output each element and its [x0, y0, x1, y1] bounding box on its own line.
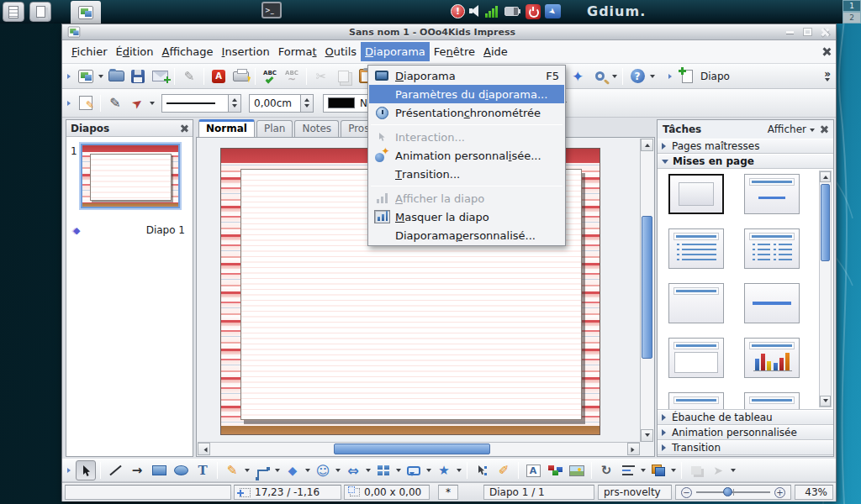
section-mises-en-page[interactable]: Mises en page: [658, 154, 833, 169]
section-pages-maitresses[interactable]: Pages maîtresses: [658, 139, 833, 154]
new-presentation-button[interactable]: [76, 66, 96, 87]
tray-volume[interactable]: [468, 4, 482, 18]
text-tool-button[interactable]: T: [193, 460, 213, 480]
basic-shapes-button[interactable]: ◆: [283, 460, 303, 480]
toolbar-drag-handle[interactable]: [67, 69, 73, 84]
toolbar-drag-handle[interactable]: [67, 96, 73, 111]
rotate-button[interactable]: ↻: [596, 460, 616, 480]
tray-session[interactable]: [545, 4, 561, 18]
status-zoom-slider-field[interactable]: − +: [675, 485, 791, 500]
menu-item-diaporama-personnalise[interactable]: Diaporama personnalisé...: [369, 226, 564, 244]
tray-battery[interactable]: [504, 7, 519, 16]
zoom-slider-track[interactable]: [696, 491, 770, 493]
drawbar-options-arrow-icon[interactable]: [729, 461, 737, 480]
menu-edition[interactable]: Édition: [112, 42, 158, 61]
vertical-scrollbar[interactable]: [640, 139, 653, 442]
workspace-1[interactable]: 1: [843, 0, 861, 12]
arrow-style-dropdown-icon[interactable]: [148, 94, 156, 113]
horizontal-scroll-thumb[interactable]: [334, 444, 490, 454]
menu-fichier[interactable]: Fichier: [67, 42, 112, 61]
slide-caption-row[interactable]: ◆ Diapo 1: [73, 224, 185, 236]
layout-thumb-title-chart[interactable]: [744, 338, 800, 378]
menu-item-transition[interactable]: Transition...: [369, 165, 564, 183]
stars-dropdown-icon[interactable]: [455, 461, 463, 480]
open-button[interactable]: [106, 66, 126, 87]
stars-button[interactable]: ★: [434, 460, 454, 480]
autospellcheck-button[interactable]: ABC~: [282, 66, 302, 87]
section-animation-personnalisee[interactable]: Animation personnalisée: [658, 425, 833, 440]
layout-scroll-thumb[interactable]: [821, 184, 830, 261]
vertical-scroll-thumb[interactable]: [642, 216, 652, 359]
maximize-button[interactable]: [800, 27, 814, 38]
zoom-slider-handle[interactable]: [723, 487, 732, 496]
tray-network-signal[interactable]: [485, 6, 500, 18]
arrow-style-button[interactable]: ➤: [127, 93, 147, 113]
block-arrows-button[interactable]: ⇔: [343, 460, 363, 480]
scroll-right-button[interactable]: [627, 443, 640, 455]
status-template-field[interactable]: prs-novelty: [598, 485, 672, 500]
slide-design-button[interactable]: [76, 93, 96, 113]
tab-normal[interactable]: Normal: [198, 119, 255, 137]
status-zoom-percent-field[interactable]: 43%: [795, 485, 833, 500]
menu-item-presentation-chronometree[interactable]: Présentation chronométrée: [369, 103, 564, 122]
status-size-field[interactable]: 0,00 x 0,00: [344, 485, 430, 500]
arrange-button[interactable]: [648, 460, 668, 480]
curve-tool-button[interactable]: ✎: [222, 460, 242, 480]
layout-thumb-title-centered[interactable]: [744, 174, 800, 214]
line-style-button[interactable]: ✎: [105, 93, 125, 113]
ellipse-tool-button[interactable]: [171, 460, 191, 480]
workspace-2[interactable]: 2: [843, 12, 861, 24]
export-pdf-button[interactable]: [209, 66, 229, 87]
zoom-in-icon[interactable]: +: [774, 487, 785, 498]
help-button[interactable]: [627, 66, 647, 87]
menu-fenetre[interactable]: Fenêtre: [430, 42, 479, 61]
line-width-spinner[interactable]: [301, 94, 314, 113]
scroll-up-button[interactable]: [641, 139, 653, 151]
gallery-button[interactable]: [545, 460, 565, 480]
menu-item-masquer-la-diapo[interactable]: Masquer la diapo: [369, 207, 564, 226]
scroll-down-button[interactable]: [641, 429, 653, 442]
tab-notes[interactable]: Notes: [294, 120, 339, 137]
menu-diaporama[interactable]: Diaporama: [361, 42, 430, 61]
tray-alert[interactable]: [451, 4, 465, 18]
layout-thumb-blank[interactable]: [668, 174, 724, 214]
layout-thumb-partial[interactable]: [668, 392, 724, 410]
status-position-field[interactable]: 17,23 / -1,16: [234, 485, 341, 500]
toolbar-options-arrow-icon[interactable]: [648, 67, 657, 86]
line-width-input[interactable]: 0,00cm: [249, 94, 301, 113]
layout-thumb-title-two-content[interactable]: [744, 228, 800, 269]
arrow-tool-button[interactable]: →: [127, 460, 147, 480]
zoom-dropdown-arrow-icon[interactable]: [610, 67, 619, 86]
new-slide-button[interactable]: [677, 66, 697, 87]
block-arrows-dropdown-icon[interactable]: [364, 461, 372, 480]
flowchart-button[interactable]: [373, 460, 394, 480]
save-button[interactable]: [128, 66, 148, 87]
alignment-button[interactable]: [618, 460, 638, 480]
select-tool-button[interactable]: [76, 460, 96, 480]
scroll-left-button[interactable]: [198, 443, 210, 455]
taskbar-notes-launcher[interactable]: [3, 2, 24, 22]
layout-thumb-title-frame[interactable]: [668, 338, 724, 378]
menu-format[interactable]: Format: [274, 42, 321, 61]
navigator-button[interactable]: ✦: [568, 66, 588, 87]
taskbar-terminal-launcher[interactable]: [261, 2, 282, 18]
close-panel-icon[interactable]: [820, 125, 828, 134]
zoom-out-icon[interactable]: −: [681, 487, 692, 498]
tray-power[interactable]: [526, 4, 541, 19]
flowchart-dropdown-icon[interactable]: [394, 461, 403, 480]
slide-1-thumbnail[interactable]: [81, 144, 180, 208]
scroll-down-button[interactable]: [820, 396, 831, 407]
new-dropdown-arrow-icon[interactable]: [97, 67, 105, 86]
status-modified-field[interactable]: *: [438, 485, 458, 500]
basic-shapes-dropdown-icon[interactable]: [304, 461, 312, 480]
menu-item-animation-personnalisee[interactable]: Animation personnalisée...: [369, 146, 564, 165]
view-menu-label[interactable]: Afficher: [768, 123, 806, 135]
curve-dropdown-icon[interactable]: [243, 461, 251, 480]
toolbar-overflow-button[interactable]: »: [824, 70, 831, 82]
fontwork-button[interactable]: [523, 460, 543, 480]
insert-image-button[interactable]: [567, 460, 587, 480]
layout-thumb-title-content[interactable]: [668, 228, 724, 269]
connector-dropdown-icon[interactable]: [273, 461, 282, 480]
callouts-dropdown-icon[interactable]: [425, 461, 433, 480]
horizontal-scrollbar[interactable]: [198, 442, 640, 455]
